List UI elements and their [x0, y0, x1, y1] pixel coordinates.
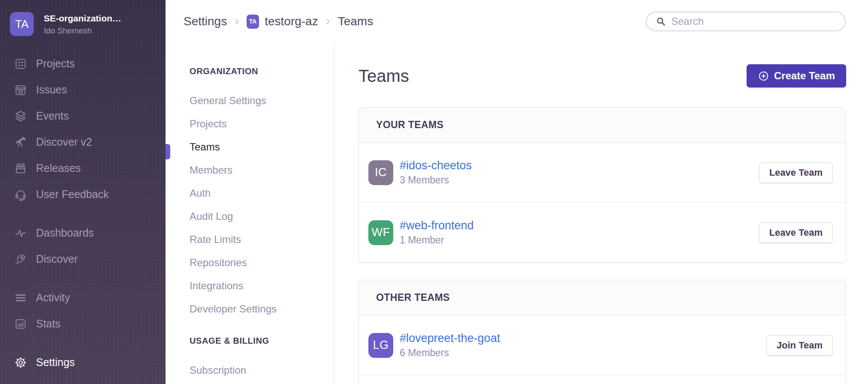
sidebar-item-label: Releases [36, 162, 81, 174]
search-input[interactable] [671, 15, 837, 27]
create-team-label: Create Team [774, 70, 835, 82]
settings-nav-item-rate-limits[interactable]: Rate Limits [190, 228, 334, 251]
create-team-button[interactable]: Create Team [747, 64, 846, 87]
settings-nav: ORGANIZATION General Settings Projects T… [166, 43, 335, 384]
team-row: IC #idos-cheetos 3 Members Leave Team [359, 143, 846, 202]
settings-nav-section-organization: ORGANIZATION General Settings Projects T… [190, 66, 334, 321]
chevron-right-icon: › [235, 13, 239, 30]
team-row [359, 375, 846, 384]
settings-nav-item-teams[interactable]: Teams [190, 135, 334, 159]
sidebar-item-activity[interactable]: Activity [0, 285, 166, 311]
team-row: LG #lovepreet-the-goat 6 Members Join Te… [359, 315, 846, 375]
sidebar-item-label: Issues [36, 84, 67, 96]
breadcrumb-current: Teams [338, 15, 373, 28]
projects-icon [14, 57, 27, 70]
org-meta: SE-organization… Ido Shemesh [44, 12, 121, 36]
breadcrumb-org[interactable]: TA testorg-az [247, 15, 318, 29]
team-meta: #idos-cheetos 3 Members [400, 159, 472, 186]
team-avatar: IC [368, 160, 393, 185]
settings-nav-item-integrations[interactable]: Integrations [190, 274, 334, 297]
team-meta: #lovepreet-the-goat 6 Members [400, 332, 500, 359]
sidebar-item-stats[interactable]: Stats [0, 311, 166, 337]
sidebar-item-label: Settings [36, 356, 75, 369]
team-avatar: LG [368, 333, 393, 358]
sidebar-item-dashboards[interactable]: Dashboards [0, 220, 166, 246]
settings-icon [14, 356, 27, 369]
settings-nav-item-general-settings[interactable]: General Settings [190, 89, 334, 112]
sidebar-item-user-feedback[interactable]: User Feedback [0, 181, 166, 207]
team-members-count: 6 Members [400, 347, 500, 359]
sidebar: TA SE-organization… Ido Shemesh Projects [0, 0, 166, 384]
sidebar-item-label: Discover v2 [36, 136, 92, 148]
breadcrumb-org-label: testorg-az [265, 15, 318, 28]
sidebar-item-label: Activity [36, 291, 70, 304]
settings-nav-item-repositories[interactable]: Repositories [190, 251, 334, 274]
settings-nav-item-members[interactable]: Members [190, 159, 334, 182]
sidebar-active-indicator [166, 144, 170, 159]
events-icon [14, 110, 27, 123]
leave-team-button[interactable]: Leave Team [759, 162, 833, 183]
your-teams-panel: YOUR TEAMS IC #idos-cheetos 3 Members Le… [359, 107, 846, 263]
org-switcher[interactable]: TA SE-organization… Ido Shemesh [0, 0, 166, 38]
issues-icon [14, 84, 27, 96]
user-feedback-icon [14, 188, 27, 201]
team-link[interactable]: #idos-cheetos [400, 159, 472, 172]
sidebar-item-label: Discover [36, 253, 78, 265]
team-members-count: 3 Members [400, 174, 472, 186]
org-avatar[interactable]: TA [10, 12, 34, 36]
sidebar-nav: Projects Issues Events [0, 38, 166, 375]
chevron-right-icon: › [326, 13, 330, 30]
sidebar-item-events[interactable]: Events [0, 103, 166, 129]
releases-icon [14, 162, 27, 175]
topbar: Settings › TA testorg-az › Teams [166, 0, 868, 43]
sidebar-item-discover-v2[interactable]: Discover v2 [0, 129, 166, 155]
other-teams-panel: OTHER TEAMS LG #lovepreet-the-goat 6 Mem… [359, 280, 846, 384]
sidebar-item-label: User Feedback [36, 188, 109, 201]
discover-icon [14, 253, 27, 266]
breadcrumb-settings[interactable]: Settings [184, 15, 227, 28]
panel-header: OTHER TEAMS [359, 280, 846, 315]
settings-nav-header: ORGANIZATION [190, 66, 334, 76]
plus-circle-icon [758, 70, 769, 82]
team-members-count: 1 Member [400, 234, 474, 246]
search-icon [656, 16, 666, 27]
org-badge: TA [247, 15, 259, 29]
org-name: SE-organization… [44, 13, 121, 24]
sidebar-item-label: Projects [36, 57, 75, 70]
sidebar-item-label: Stats [36, 318, 60, 330]
settings-body: ORGANIZATION General Settings Projects T… [166, 43, 868, 384]
app-window: TA SE-organization… Ido Shemesh Projects [0, 0, 868, 384]
sidebar-item-settings[interactable]: Settings [0, 349, 166, 375]
page-head: Teams Create Team [359, 64, 846, 87]
sidebar-item-releases[interactable]: Releases [0, 155, 166, 181]
discover-v2-icon [14, 136, 27, 149]
search-box[interactable] [646, 12, 846, 31]
settings-nav-item-projects[interactable]: Projects [190, 112, 334, 135]
stats-icon [14, 318, 27, 330]
team-link[interactable]: #web-frontend [400, 219, 474, 232]
sidebar-item-label: Events [36, 110, 69, 122]
join-team-button[interactable]: Join Team [766, 335, 833, 356]
sidebar-item-projects[interactable]: Projects [0, 51, 166, 77]
page-title: Teams [359, 66, 409, 86]
settings-nav-item-auth[interactable]: Auth [190, 182, 334, 205]
sidebar-item-label: Dashboards [36, 227, 94, 239]
panel-header: YOUR TEAMS [359, 108, 846, 143]
settings-nav-section-usage-billing: USAGE & BILLING Subscription [190, 336, 334, 382]
team-meta: #web-frontend 1 Member [400, 219, 474, 246]
org-user-name: Ido Shemesh [44, 26, 121, 36]
leave-team-button[interactable]: Leave Team [759, 222, 833, 243]
sidebar-item-discover[interactable]: Discover [0, 246, 166, 272]
dashboards-icon [14, 227, 27, 240]
team-link[interactable]: #lovepreet-the-goat [400, 332, 500, 345]
breadcrumb: Settings › TA testorg-az › Teams [184, 13, 373, 30]
settings-nav-item-subscription[interactable]: Subscription [190, 359, 334, 382]
main-area: Settings › TA testorg-az › Teams [166, 0, 868, 384]
activity-icon [14, 291, 27, 304]
settings-nav-header: USAGE & BILLING [190, 336, 334, 346]
team-avatar: WF [368, 220, 393, 245]
settings-nav-item-developer-settings[interactable]: Developer Settings [190, 297, 334, 321]
teams-content: Teams Create Team YOUR TEAMS IC #idos [335, 43, 868, 384]
sidebar-item-issues[interactable]: Issues [0, 77, 166, 103]
settings-nav-item-audit-log[interactable]: Audit Log [190, 205, 334, 228]
